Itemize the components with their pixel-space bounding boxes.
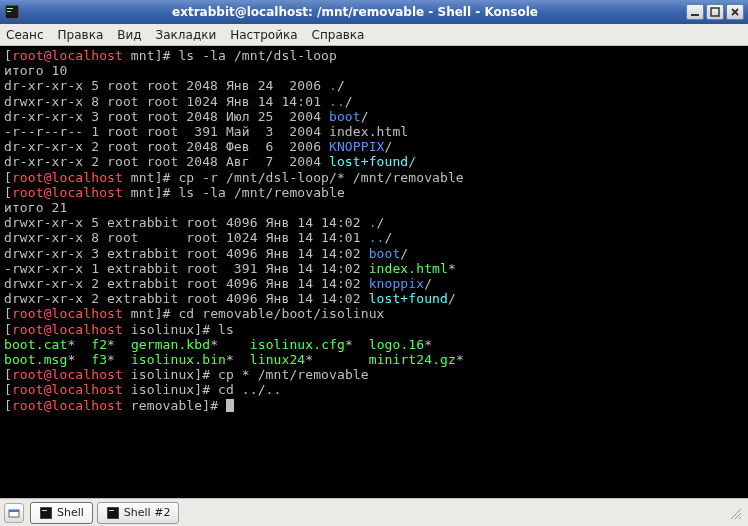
svg-rect-11 xyxy=(107,507,119,519)
resize-grip-icon[interactable] xyxy=(726,504,744,522)
titlebar: extrabbit@localhost: /mnt/removable - Sh… xyxy=(0,0,748,24)
terminal-cursor xyxy=(226,399,234,412)
terminal-icon xyxy=(106,506,120,520)
svg-rect-1 xyxy=(7,8,13,9)
svg-rect-3 xyxy=(691,14,699,16)
close-button[interactable] xyxy=(726,4,744,20)
menu-settings[interactable]: Настройка xyxy=(230,28,297,42)
menubar: Сеанс Правка Вид Закладки Настройка Спра… xyxy=(0,24,748,46)
tab-label: Shell xyxy=(57,506,84,519)
svg-rect-9 xyxy=(40,507,52,519)
svg-rect-12 xyxy=(109,510,114,511)
svg-line-15 xyxy=(739,517,741,519)
menu-bookmarks[interactable]: Закладки xyxy=(156,28,217,42)
menu-help[interactable]: Справка xyxy=(312,28,365,42)
menu-session[interactable]: Сеанс xyxy=(6,28,44,42)
svg-rect-8 xyxy=(9,510,19,512)
minimize-button[interactable] xyxy=(686,4,704,20)
tab-shell-2[interactable]: Shell #2 xyxy=(97,502,180,524)
tab-shell-1[interactable]: Shell xyxy=(30,502,93,524)
svg-rect-10 xyxy=(42,510,47,511)
window-title: extrabbit@localhost: /mnt/removable - Sh… xyxy=(26,5,684,19)
menu-edit[interactable]: Правка xyxy=(58,28,104,42)
new-tab-button[interactable] xyxy=(4,503,24,523)
tab-label: Shell #2 xyxy=(124,506,171,519)
menu-view[interactable]: Вид xyxy=(117,28,141,42)
statusbar: Shell Shell #2 xyxy=(0,498,748,526)
terminal-output[interactable]: [root@localhost mnt]# ls -la /mnt/dsl-lo… xyxy=(0,46,748,498)
maximize-button[interactable] xyxy=(706,4,724,20)
app-icon xyxy=(4,4,20,20)
terminal-icon xyxy=(39,506,53,520)
svg-rect-4 xyxy=(711,8,719,16)
svg-rect-2 xyxy=(7,11,11,12)
